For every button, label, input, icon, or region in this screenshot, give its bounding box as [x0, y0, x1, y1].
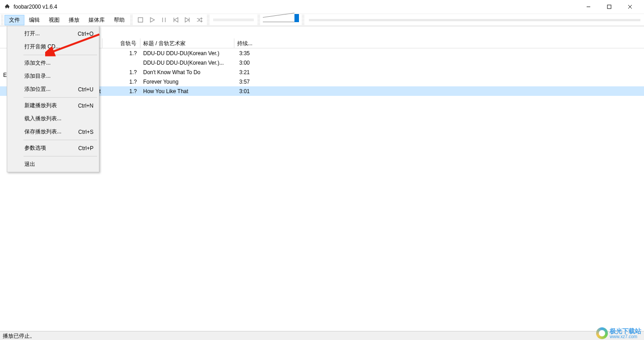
cell-track: 1.?	[103, 88, 140, 94]
cell-dur: 3:57	[234, 79, 252, 85]
menuitem-shortcut: Ctrl+P	[78, 145, 93, 151]
menuitem-label: 参数选项	[24, 144, 46, 152]
menuitem-shortcut: Ctrl+S	[78, 129, 93, 135]
window-controls	[578, 0, 640, 14]
svg-marker-9	[174, 18, 178, 22]
watermark-brand: 极光下载站	[610, 328, 641, 334]
menuitem-退出[interactable]: 退出	[8, 158, 98, 171]
cell-track: 1.?	[103, 69, 140, 76]
status-text: 播放已停止。	[3, 333, 35, 339]
menuitem-label: 新建播放列表	[24, 102, 57, 109]
minimize-button[interactable]	[578, 0, 599, 14]
volume-slider[interactable]	[263, 16, 299, 24]
watermark-url: www.xz7.com	[610, 334, 641, 339]
menuitem-label: 添加目录...	[24, 72, 51, 80]
cell-dur: 3:01	[234, 88, 252, 94]
titlebar: foobar2000 v1.6.4	[0, 0, 644, 14]
cell-dur: 3:21	[234, 69, 252, 76]
menuitem-打开[interactable]: 打开...Ctrl+O	[8, 27, 98, 40]
menuitem-label: 退出	[24, 161, 35, 168]
menu-编辑[interactable]: 编辑	[24, 15, 44, 25]
file-menu-dropdown: 打开...Ctrl+O打开音频 CD...添加文件...添加目录...添加位置.…	[7, 26, 99, 172]
prev-icon[interactable]	[172, 16, 180, 24]
volume-thumb[interactable]	[294, 14, 299, 22]
cell-dur: 3:35	[234, 50, 252, 57]
watermark: 极光下载站 www.xz7.com	[596, 327, 641, 339]
svg-rect-4	[138, 18, 143, 22]
menu-separator	[23, 97, 97, 98]
menuitem-shortcut: Ctrl+N	[78, 103, 93, 109]
menuitem-label: 打开...	[24, 30, 40, 38]
cell-title: Don't Know What To Do	[140, 69, 234, 76]
menu-separator	[23, 55, 97, 55]
menu-帮助[interactable]: 帮助	[109, 15, 129, 25]
menuitem-label: 打开音频 CD...	[24, 43, 60, 51]
toolbar-handle[interactable]	[130, 15, 133, 25]
cell-title: How You Like That	[140, 88, 234, 94]
menuitem-保存播放列表[interactable]: 保存播放列表...Ctrl+S	[8, 125, 98, 138]
col-duration[interactable]: 持续...	[234, 38, 252, 48]
menu-文件[interactable]: 文件	[5, 15, 24, 25]
svg-marker-10	[185, 18, 189, 22]
menubar: 文件编辑视图播放媒体库帮助	[5, 15, 129, 25]
toolbar-handle[interactable]	[257, 15, 260, 25]
menuitem-新建播放列表[interactable]: 新建播放列表Ctrl+N	[8, 99, 98, 112]
menuitem-shortcut: Ctrl+U	[78, 86, 93, 93]
svg-rect-1	[607, 5, 611, 9]
menuitem-添加位置[interactable]: 添加位置...Ctrl+U	[8, 83, 98, 96]
menu-播放[interactable]: 播放	[64, 15, 84, 25]
menuitem-label: 载入播放列表...	[24, 115, 61, 123]
menuitem-添加文件[interactable]: 添加文件...	[8, 57, 98, 70]
menu-separator	[23, 140, 97, 140]
menuitem-label: 添加文件...	[24, 59, 51, 67]
svg-marker-5	[150, 18, 154, 22]
window-title: foobar2000 v1.6.4	[14, 4, 57, 10]
menu-媒体库[interactable]: 媒体库	[84, 15, 109, 25]
maximize-button[interactable]	[599, 0, 620, 14]
watermark-logo-icon	[596, 327, 608, 339]
cell-title: DDU-DU DDU-DU(Korean Ver.)...	[140, 60, 234, 66]
playback-toolbar	[134, 16, 206, 24]
menuitem-参数选项[interactable]: 参数选项Ctrl+P	[8, 142, 98, 155]
seek-placeholder[interactable]	[213, 19, 254, 21]
cell-track: 1.?	[103, 50, 140, 57]
toolbar-handle[interactable]	[207, 15, 210, 25]
menuitem-打开音频CD[interactable]: 打开音频 CD...	[8, 40, 98, 53]
menubar-row: 文件编辑视图播放媒体库帮助	[0, 14, 644, 26]
toolbar-handle[interactable]	[302, 15, 304, 25]
seekbar[interactable]	[309, 19, 640, 21]
col-tracknum[interactable]: 音轨号	[103, 38, 140, 48]
stop-icon[interactable]	[136, 16, 145, 24]
pause-icon[interactable]	[160, 16, 168, 24]
toolbar-handle[interactable]	[1, 15, 4, 25]
menuitem-label: 添加位置...	[24, 85, 51, 93]
menu-视图[interactable]: 视图	[44, 15, 64, 25]
cell-title: Forever Young	[140, 79, 234, 85]
col-title-artist[interactable]: 标题 / 音轨艺术家	[140, 38, 234, 48]
statusbar: 播放已停止。	[0, 331, 644, 340]
menuitem-label: 保存播放列表...	[24, 128, 61, 136]
random-icon[interactable]	[195, 16, 203, 24]
app-icon	[4, 3, 11, 10]
close-button[interactable]	[620, 0, 640, 14]
menuitem-添加目录[interactable]: 添加目录...	[8, 70, 98, 83]
next-icon[interactable]	[183, 16, 191, 24]
play-icon[interactable]	[148, 16, 156, 24]
menuitem-载入播放列表[interactable]: 载入播放列表...	[8, 112, 98, 125]
cell-track: 1.?	[103, 79, 140, 85]
menu-separator	[23, 156, 97, 156]
cell-title: DDU-DU DDU-DU(Korean Ver.)	[140, 50, 234, 57]
menuitem-shortcut: Ctrl+O	[78, 31, 93, 37]
cell-dur: 3:00	[234, 60, 252, 66]
